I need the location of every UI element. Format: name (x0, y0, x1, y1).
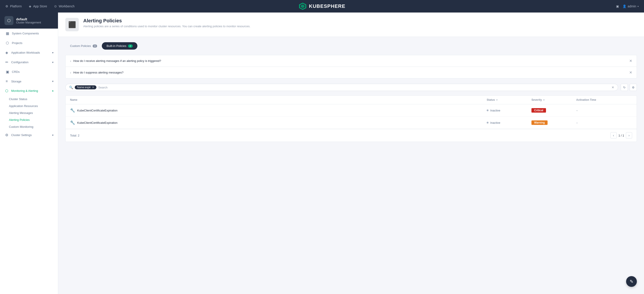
activation-time-2: – (576, 121, 632, 125)
search-input-wrap[interactable]: 🔍 Name:expir ✕ Search ✕ (65, 84, 618, 91)
kubesphere-logo-icon (299, 2, 307, 10)
search-clear-button[interactable]: ✕ (612, 86, 614, 89)
main-layout: ⬡ default Cluster Management ▦ System Co… (0, 12, 644, 294)
sidebar-item-custom-monitoring[interactable]: Custom Monitoring (4, 123, 58, 130)
sidebar-item-alerting-policies[interactable]: Alerting Policies (4, 116, 58, 123)
cluster-sub: Cluster Management (16, 21, 41, 24)
monitoring-icon: ⬡ (4, 89, 9, 93)
table-header: Name Status ▼ Severity ▼ Activation Time (66, 96, 636, 104)
col-severity[interactable]: Severity ▼ (532, 98, 576, 101)
col-activation-time-label: Activation Time (576, 98, 596, 101)
col-name[interactable]: Name (70, 98, 487, 101)
col-status[interactable]: Status ▼ (487, 98, 532, 101)
status-sort-icon: ▼ (496, 99, 498, 101)
sidebar-item-projects[interactable]: ⬡ Projects (0, 38, 58, 48)
status-label-2: Inactive (490, 121, 500, 125)
page-description: Alerting policies are a series of condit… (83, 24, 250, 28)
sidebar-item-cluster-status[interactable]: Cluster Status (4, 96, 58, 103)
admin-menu[interactable]: 👤 admin ▾ (622, 4, 639, 8)
page-title: Alerting Policies (83, 18, 250, 24)
user-icon: 👤 (622, 4, 626, 8)
chevron-down-icon: ▾ (52, 51, 54, 54)
custom-monitoring-label: Custom Monitoring (9, 125, 33, 129)
sidebar-item-application-resources[interactable]: Application Resources (4, 103, 58, 110)
policy-name-1: KubeClientCertificateExpiration (77, 109, 118, 112)
platform-nav-item[interactable]: ⚙ Platform (5, 4, 22, 8)
sidebar-item-alerting-messages[interactable]: Alerting Messages (4, 110, 58, 116)
workbench-nav-item[interactable]: ⊙ Workbench (54, 4, 74, 8)
severity-badge-warning: Warning (532, 120, 548, 125)
chevron-up-icon: ▾ (52, 89, 54, 93)
cluster-name: default (16, 17, 41, 21)
logo: KUBESPHERE (299, 2, 346, 10)
search-icon: 🔍 (69, 86, 73, 89)
inactive-dot (487, 110, 488, 111)
tab-custom-policies[interactable]: Custom Policies 0 (65, 42, 102, 50)
sidebar-item-monitoring-alerting[interactable]: ⬡ Monitoring & Alerting ▾ (0, 86, 58, 96)
cluster-header[interactable]: ⬡ default Cluster Management (0, 12, 58, 29)
page-body: Custom Policies 0 Built-in Policies 2 › … (58, 37, 644, 147)
monitoring-alerting-label: Monitoring & Alerting (11, 89, 38, 93)
appstore-nav-item[interactable]: ◈ App Store (29, 4, 47, 8)
sidebar-item-system-components[interactable]: ▦ System Components (0, 29, 58, 38)
configuration-label: Configuration (11, 61, 28, 64)
status-cell-1: Inactive (487, 109, 532, 112)
custom-policies-count: 0 (93, 44, 97, 48)
theme-toggle[interactable]: ▣ (616, 4, 619, 8)
appstore-icon: ◈ (29, 4, 31, 8)
tab-builtin-policies[interactable]: Built-in Policies 2 (102, 42, 137, 50)
top-nav-right: ▣ 👤 admin ▾ (616, 4, 639, 8)
chevron-down-icon: ▾ (638, 5, 639, 7)
faq-section: › How do I receive alerting messages if … (65, 55, 637, 78)
severity-badge-critical: Critical (532, 108, 546, 113)
alerting-policies-label: Alerting Policies (9, 118, 30, 122)
workloads-icon: ◈ (4, 50, 9, 55)
faq-item-2[interactable]: › How do I suppress alerting messages? ✕ (66, 67, 636, 78)
floating-help-button[interactable]: ✎ (626, 276, 637, 287)
search-tag: Name:expir ✕ (75, 85, 96, 89)
platform-label: Platform (10, 4, 22, 8)
settings-button[interactable]: ⚙ (630, 84, 637, 91)
alerting-policies-icon: ⬛ (68, 21, 76, 28)
cluster-icon: ⬡ (4, 16, 14, 25)
cluster-info: default Cluster Management (16, 17, 41, 24)
faq-close-2[interactable]: ✕ (629, 70, 632, 75)
table-row[interactable]: 🔧 KubeClientCertificateExpiration Inacti… (66, 117, 636, 129)
inactive-dot (487, 122, 488, 124)
sidebar-item-configuration[interactable]: ✏ Configuration ▾ (0, 57, 58, 67)
search-input[interactable]: Search (98, 86, 610, 89)
application-workloads-label: Application Workloads (11, 51, 40, 54)
faq-close-1[interactable]: ✕ (629, 59, 632, 63)
sidebar-item-crds[interactable]: ▣ CRDs (0, 67, 58, 77)
grid-icon: ▦ (5, 31, 10, 35)
severity-cell-1: Critical (532, 108, 576, 113)
builtin-policies-tab-label: Built-in Policies (106, 44, 126, 48)
chevron-down-icon: ▾ (52, 61, 54, 64)
refresh-button[interactable]: ↻ (621, 84, 628, 91)
storage-icon: ≡ (4, 79, 9, 83)
settings-icon: ⚙ (4, 133, 9, 137)
search-tag-label: Name:expir (77, 86, 91, 89)
table-row[interactable]: 🔧 KubeClientCertificateExpiration Inacti… (66, 104, 636, 117)
activation-time-1: – (576, 109, 632, 112)
sidebar-item-application-workloads[interactable]: ◈ Application Workloads ▾ (0, 48, 58, 57)
col-status-label: Status (487, 98, 495, 101)
severity-sort-icon: ▼ (543, 99, 545, 101)
search-actions: ↻ ⚙ (621, 84, 637, 91)
sidebar-item-storage[interactable]: ≡ Storage ▾ (0, 77, 58, 86)
status-label-1: Inactive (490, 109, 500, 112)
configuration-icon: ✏ (4, 60, 9, 64)
faq-chevron-icon-2: › (70, 71, 71, 74)
logo-text: KUBESPHERE (309, 3, 346, 9)
faq-text-2: How do I suppress alerting messages? (74, 71, 124, 74)
faq-item-1[interactable]: › How do I receive alerting messages if … (66, 55, 636, 67)
total-count: Total: 2 (70, 134, 80, 137)
search-tag-close[interactable]: ✕ (92, 86, 94, 89)
cluster-settings-label: Cluster Settings (11, 133, 32, 137)
sidebar-item-cluster-settings[interactable]: ⚙ Cluster Settings ▾ (0, 130, 58, 140)
top-nav: ⚙ Platform ◈ App Store ⊙ Workbench KUBES… (0, 0, 644, 12)
prev-page-button[interactable]: ‹ (610, 132, 617, 139)
next-page-button[interactable]: › (626, 132, 632, 139)
policy-row-icon: 🔧 (70, 108, 75, 113)
builtin-policies-count: 2 (128, 44, 132, 48)
